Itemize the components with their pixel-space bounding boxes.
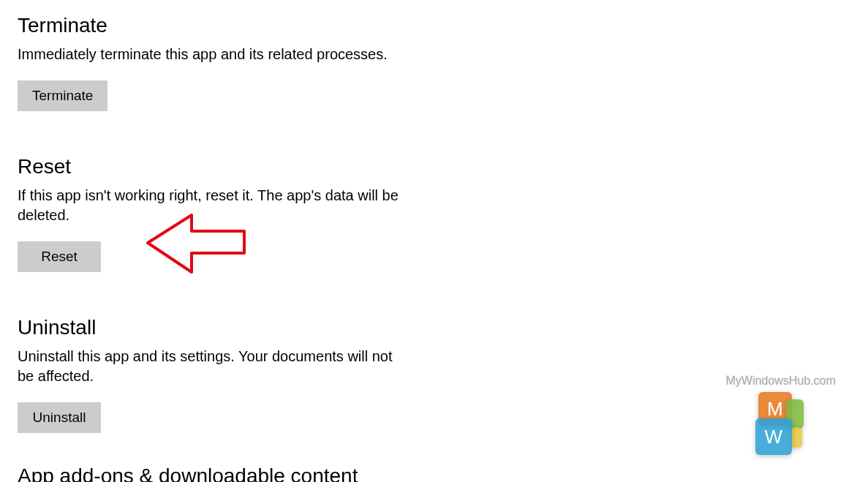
uninstall-heading: Uninstall (18, 316, 427, 339)
watermark-tile-orange: M (758, 392, 792, 426)
reset-button[interactable]: Reset (18, 241, 101, 272)
addons-heading-truncated: App add-ons & downloadable content (18, 464, 358, 482)
uninstall-section: Uninstall Uninstall this app and its set… (18, 316, 427, 433)
watermark: MyWindowsHub.com M W (726, 374, 836, 454)
terminate-section: Terminate Immediately terminate this app… (18, 14, 427, 111)
terminate-heading: Terminate (18, 14, 427, 37)
terminate-description: Immediately terminate this app and its r… (18, 45, 405, 64)
watermark-tile-yellow (790, 427, 802, 448)
uninstall-description: Uninstall this app and its settings. You… (18, 347, 405, 386)
reset-description: If this app isn't working right, reset i… (18, 186, 405, 225)
uninstall-button[interactable]: Uninstall (18, 402, 101, 433)
watermark-text: MyWindowsHub.com (726, 374, 836, 388)
watermark-logo-icon: M W (755, 392, 807, 454)
watermark-tile-green (786, 399, 804, 429)
reset-heading: Reset (18, 155, 427, 178)
terminate-button[interactable]: Terminate (18, 80, 107, 111)
reset-section: Reset If this app isn't working right, r… (18, 155, 427, 272)
watermark-tile-blue: W (755, 418, 792, 455)
